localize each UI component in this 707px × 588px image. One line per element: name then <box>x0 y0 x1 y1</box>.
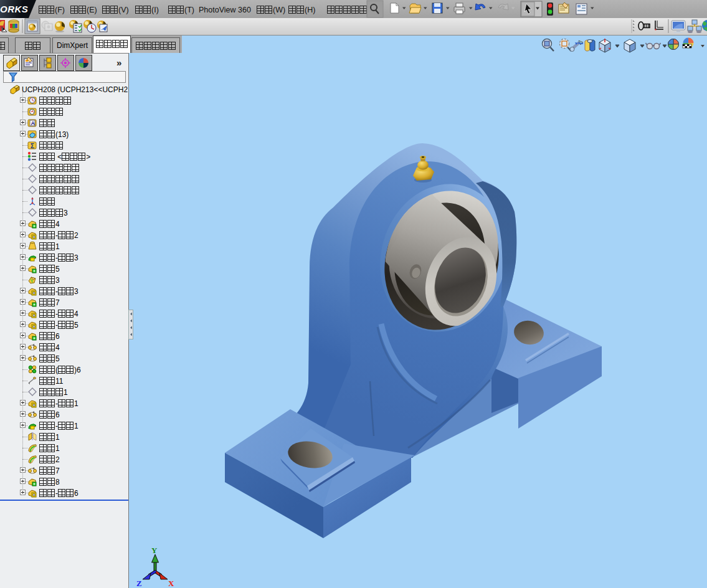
svg-text:Y: Y <box>151 546 158 555</box>
svg-text:A: A <box>31 120 36 126</box>
svg-text:Σ: Σ <box>31 143 34 149</box>
svg-text:X: X <box>168 579 174 588</box>
svg-text:Z: Z <box>136 579 142 588</box>
